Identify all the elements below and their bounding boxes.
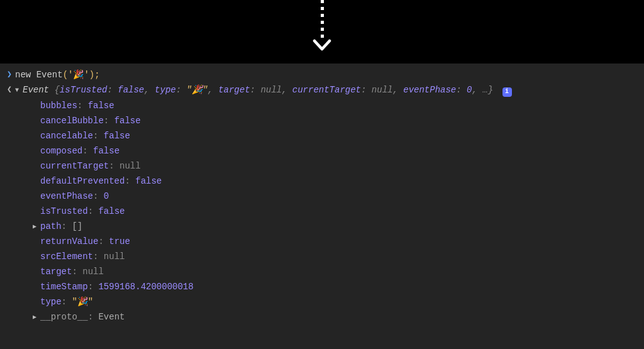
property-value: null xyxy=(104,252,125,262)
property-value: 0 xyxy=(104,191,109,201)
console-output-row[interactable]: ❮ ▼Event {isTrusted: false, type: "🎉", t… xyxy=(0,82,644,99)
property-value: false xyxy=(93,146,119,156)
prompt-in-icon: ❯ xyxy=(4,68,15,82)
arrow-area xyxy=(0,0,644,64)
arrow xyxy=(313,0,331,53)
property-key: defaultPrevented xyxy=(40,176,125,186)
arrow-dots xyxy=(321,0,324,38)
property-value: Event xyxy=(98,312,125,322)
expand-toggle-icon[interactable]: ▶ xyxy=(33,220,40,234)
property-row[interactable]: bubbles: false xyxy=(33,99,644,114)
object-properties: bubbles: false cancelBubble: false cance… xyxy=(0,99,644,325)
property-value: null xyxy=(82,267,104,277)
property-value: "🎉" xyxy=(72,297,93,307)
property-value: true xyxy=(109,236,130,247)
expand-toggle-icon[interactable]: ▼ xyxy=(15,84,23,97)
property-row[interactable]: eventPhase: 0 xyxy=(33,189,644,204)
console-panel: ❯ new Event('🎉'); ❮ ▼Event {isTrusted: f… xyxy=(0,64,644,349)
property-row[interactable]: ▶path: [] xyxy=(33,219,644,235)
property-key: target xyxy=(40,267,72,277)
property-key: returnValue xyxy=(40,236,98,247)
property-row[interactable]: ▶__proto__: Event xyxy=(33,310,644,325)
property-row[interactable]: timeStamp: 1599168.4200000018 xyxy=(33,280,644,295)
prompt-out-icon: ❮ xyxy=(4,83,15,97)
property-row[interactable]: isTrusted: false xyxy=(33,204,644,219)
property-row[interactable]: cancelBubble: false xyxy=(33,114,644,129)
console-input: new Event('🎉'); xyxy=(15,68,640,82)
arrowhead-icon xyxy=(313,39,331,53)
property-row[interactable]: currentTarget: null xyxy=(33,159,644,174)
property-value: 1599168.4200000018 xyxy=(98,282,193,292)
property-row[interactable]: cancelable: false xyxy=(33,129,644,144)
property-key: timeStamp xyxy=(40,282,88,292)
property-row[interactable]: composed: false xyxy=(33,144,644,159)
property-value: null xyxy=(119,161,141,171)
property-row[interactable]: returnValue: true xyxy=(33,235,644,250)
property-value: false xyxy=(135,176,162,186)
property-key: currentTarget xyxy=(40,161,109,171)
object-class: Event xyxy=(23,85,49,95)
info-badge-icon[interactable]: i xyxy=(502,87,512,97)
console-input-row[interactable]: ❯ new Event('🎉'); xyxy=(0,67,644,82)
property-key: __proto__ xyxy=(40,312,88,322)
property-key: type xyxy=(40,297,62,307)
property-key: eventPhase xyxy=(40,191,93,201)
property-key: cancelBubble xyxy=(40,116,104,126)
property-value: false xyxy=(104,131,130,141)
property-row[interactable]: srcElement: null xyxy=(33,250,644,265)
property-key: srcElement xyxy=(40,252,93,262)
property-value: false xyxy=(88,101,114,111)
property-key: bubbles xyxy=(40,101,77,111)
property-row[interactable]: type: "🎉" xyxy=(33,295,644,310)
property-value: false xyxy=(98,206,125,216)
summary-pairs: isTrusted: false, type: "🎉", target: nul… xyxy=(60,85,472,95)
property-key: composed xyxy=(40,146,82,156)
property-row[interactable]: target: null xyxy=(33,265,644,280)
expand-toggle-icon[interactable]: ▶ xyxy=(33,311,40,324)
object-summary: ▼Event {isTrusted: false, type: "🎉", tar… xyxy=(15,83,640,98)
property-key: path xyxy=(40,221,62,231)
property-value: [] xyxy=(72,221,82,231)
property-value: false xyxy=(114,116,141,126)
property-key: cancelable xyxy=(40,131,93,141)
property-key: isTrusted xyxy=(40,206,88,216)
property-row[interactable]: defaultPrevented: false xyxy=(33,174,644,189)
